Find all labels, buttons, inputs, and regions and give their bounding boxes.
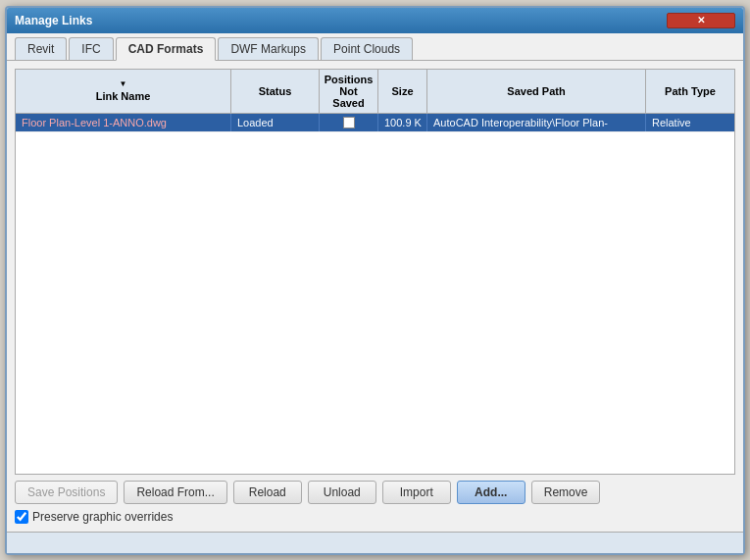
tab-dwf-markups[interactable]: DWF Markups: [218, 37, 319, 60]
unload-button[interactable]: Unload: [308, 481, 376, 504]
close-button[interactable]: ✕: [667, 13, 735, 28]
table-body: Floor Plan-Level 1-ANNO.dwg Loaded 100.9…: [16, 114, 734, 474]
reload-from-button[interactable]: Reload From...: [124, 481, 226, 504]
manage-links-window: Manage Links ✕ Revit IFC CAD Formats DWF…: [5, 6, 745, 555]
remove-button[interactable]: Remove: [531, 481, 601, 504]
tab-cad-formats[interactable]: CAD Formats: [116, 37, 217, 61]
tab-ifc[interactable]: IFC: [69, 37, 113, 60]
col-size: Size: [378, 70, 427, 113]
cell-positions-not-saved: [320, 114, 378, 131]
bottom-strip: [7, 532, 743, 553]
cell-path-type: Relative: [646, 114, 734, 131]
cell-size: 100.9 K: [378, 114, 427, 131]
bottom-controls: Save Positions Reload From... Reload Unl…: [15, 481, 735, 524]
col-status: Status: [231, 70, 320, 113]
title-bar: Manage Links ✕: [7, 8, 743, 33]
col-link-name: ▼ Link Name: [16, 70, 231, 113]
col-path-type: Path Type: [646, 70, 734, 113]
tab-bar: Revit IFC CAD Formats DWF Markups Point …: [7, 33, 743, 61]
sort-indicator: ▼: [96, 79, 151, 88]
cell-saved-path: AutoCAD Interoperability\Floor Plan-: [427, 114, 646, 131]
save-positions-button[interactable]: Save Positions: [15, 481, 118, 504]
content-area: ▼ Link Name Status Positions Not Saved S…: [7, 61, 743, 532]
links-table: ▼ Link Name Status Positions Not Saved S…: [15, 69, 735, 475]
tab-revit[interactable]: Revit: [15, 37, 67, 60]
import-button[interactable]: Import: [382, 481, 451, 504]
add-button[interactable]: Add...: [457, 481, 525, 504]
col-saved-path: Saved Path: [427, 70, 646, 113]
reload-button[interactable]: Reload: [233, 481, 302, 504]
table-row[interactable]: Floor Plan-Level 1-ANNO.dwg Loaded 100.9…: [16, 114, 734, 132]
positions-checkbox[interactable]: [343, 117, 355, 128]
preserve-overrides-label: Preserve graphic overrides: [32, 510, 173, 524]
cell-status: Loaded: [231, 114, 320, 131]
table-header: ▼ Link Name Status Positions Not Saved S…: [16, 70, 734, 114]
checkbox-row: Preserve graphic overrides: [15, 510, 735, 524]
cell-link-name: Floor Plan-Level 1-ANNO.dwg: [16, 114, 231, 131]
button-row: Save Positions Reload From... Reload Unl…: [15, 481, 735, 504]
col-positions-not-saved: Positions Not Saved: [320, 70, 378, 113]
window-title: Manage Links: [15, 14, 92, 27]
tab-point-clouds[interactable]: Point Clouds: [321, 37, 413, 60]
preserve-overrides-checkbox[interactable]: [15, 510, 28, 524]
